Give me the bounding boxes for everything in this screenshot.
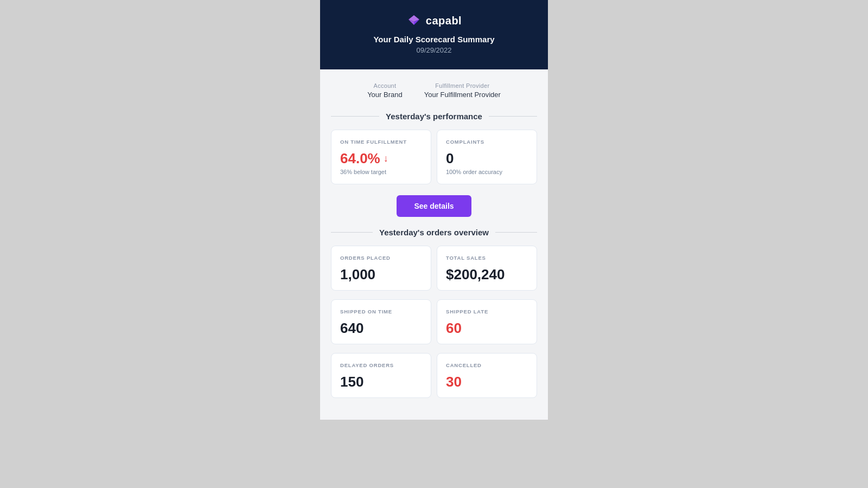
orders-mid-grid: SHIPPED ON TIME 640 SHIPPED LATE 60 — [331, 299, 537, 344]
on-time-fulfillment-card: ON TIME FULFILLMENT 64.0% ↓ 36% below ta… — [331, 130, 431, 184]
orders-section-title: Yesterday's orders overview — [379, 228, 489, 237]
info-row: Account Your Brand Fulfillment Provider … — [331, 82, 537, 99]
complaints-subtext: 100% order accuracy — [446, 169, 528, 175]
logo-text: capabl — [426, 15, 462, 27]
account-label: Account — [367, 82, 403, 89]
fulfillment-provider-info: Fulfillment Provider Your Fulfillment Pr… — [424, 82, 501, 99]
complaints-card: COMPLAINTS 0 100% order accuracy — [437, 130, 537, 184]
delayed-orders-card: DELAYED ORDERS 150 — [331, 353, 431, 398]
on-time-fulfillment-subtext: 36% below target — [340, 169, 422, 175]
shipped-late-value: 60 — [446, 321, 528, 335]
on-time-fulfillment-value-row: 64.0% ↓ — [340, 151, 422, 165]
cancelled-value: 30 — [446, 375, 528, 389]
down-arrow-icon: ↓ — [384, 153, 388, 164]
performance-divider-section: Yesterday's performance — [331, 112, 537, 121]
shipped-on-time-card: SHIPPED ON TIME 640 — [331, 299, 431, 344]
account-value: Your Brand — [367, 91, 403, 99]
orders-placed-card: ORDERS PLACED 1,000 — [331, 246, 431, 291]
performance-cards-grid: ON TIME FULFILLMENT 64.0% ↓ 36% below ta… — [331, 130, 537, 184]
cancelled-label: CANCELLED — [446, 362, 528, 368]
header: capabl Your Daily Scorecard Summary 09/2… — [320, 0, 548, 69]
shipped-late-card: SHIPPED LATE 60 — [437, 299, 537, 344]
performance-section-title: Yesterday's performance — [386, 112, 482, 121]
complaints-value: 0 — [446, 151, 528, 165]
body-content: Account Your Brand Fulfillment Provider … — [320, 69, 548, 420]
complaints-label: COMPLAINTS — [446, 139, 528, 145]
on-time-fulfillment-value: 64.0% — [340, 151, 380, 165]
total-sales-value: $200,240 — [446, 267, 528, 281]
on-time-fulfillment-label: ON TIME FULFILLMENT — [340, 139, 422, 145]
see-details-button[interactable]: See details — [397, 195, 471, 217]
orders-bottom-grid: DELAYED ORDERS 150 CANCELLED 30 — [331, 353, 537, 398]
cancelled-card: CANCELLED 30 — [437, 353, 537, 398]
shipped-late-label: SHIPPED LATE — [446, 309, 528, 314]
orders-placed-label: ORDERS PLACED — [340, 255, 422, 261]
fulfillment-provider-value: Your Fulfillment Provider — [424, 91, 501, 99]
orders-divider-section: Yesterday's orders overview — [331, 228, 537, 237]
orders-top-grid: ORDERS PLACED 1,000 TOTAL SALES $200,240 — [331, 246, 537, 291]
divider-right — [489, 116, 537, 117]
email-container: capabl Your Daily Scorecard Summary 09/2… — [320, 0, 548, 420]
delayed-orders-value: 150 — [340, 375, 422, 389]
orders-divider-left — [331, 232, 373, 233]
orders-placed-value: 1,000 — [340, 267, 422, 281]
header-date: 09/29/2022 — [331, 46, 537, 54]
shipped-on-time-label: SHIPPED ON TIME — [340, 309, 422, 314]
fulfillment-provider-label: Fulfillment Provider — [424, 82, 501, 89]
capabl-logo-icon — [406, 13, 422, 28]
header-title: Your Daily Scorecard Summary — [331, 35, 537, 44]
logo-area: capabl — [331, 13, 537, 28]
total-sales-card: TOTAL SALES $200,240 — [437, 246, 537, 291]
delayed-orders-label: DELAYED ORDERS — [340, 362, 422, 368]
account-info: Account Your Brand — [367, 82, 403, 99]
orders-divider-right — [495, 232, 537, 233]
shipped-on-time-value: 640 — [340, 321, 422, 335]
total-sales-label: TOTAL SALES — [446, 255, 528, 261]
see-details-container: See details — [331, 195, 537, 217]
divider-left — [331, 116, 379, 117]
